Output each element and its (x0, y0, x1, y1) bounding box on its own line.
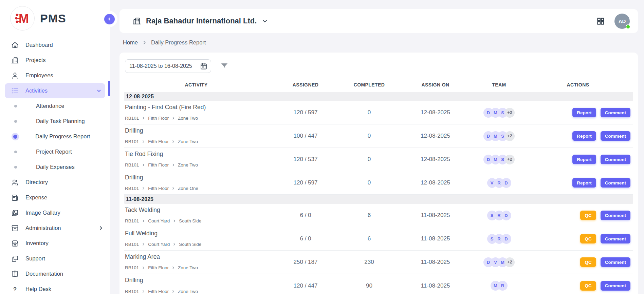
apps-grid-icon[interactable] (596, 17, 605, 25)
actions-cell: ReportComment (523, 131, 633, 141)
filter-funnel-icon[interactable] (220, 62, 229, 71)
sidebar-subitem-daily-expenses[interactable]: Daily Expenses (0, 159, 110, 175)
building-icon (11, 56, 19, 64)
activity-location-path: RB101Court YardSouth Side (125, 242, 268, 247)
assigned-cell: 250 / 187 (268, 259, 343, 266)
path-segment: Zone Two (178, 116, 198, 121)
chevron-right-icon (142, 163, 145, 167)
path-segment: Fifth Floor (148, 116, 169, 121)
sidebar-collapse-button[interactable] (101, 11, 117, 27)
header-bar: Raja Bahadur International Ltd. AD (119, 9, 638, 33)
comment-button[interactable]: Comment (601, 131, 630, 141)
comment-button[interactable]: Comment (601, 155, 630, 164)
sidebar-item-expense[interactable]: Expense (0, 190, 110, 205)
assigned-cell: 120 / 597 (268, 179, 343, 186)
table-row: Full WeldingRB101Court YardSouth Side6 /… (124, 227, 633, 251)
comment-button[interactable]: Comment (601, 108, 630, 117)
activity-cell: Painting - First Coat (Fire Red)RB101Fif… (124, 101, 268, 124)
sidebar-item-support[interactable]: Support (0, 251, 110, 266)
sidebar-subitem-daily-task-planning[interactable]: Daily Task Planning (0, 114, 110, 129)
breadcrumb-home[interactable]: Home (123, 39, 138, 46)
assigned-cell: 120 / 597 (268, 109, 343, 116)
assigned-cell: 100 / 447 (268, 133, 343, 139)
path-segment: RB101 (125, 289, 139, 294)
path-segment: South Side (179, 242, 201, 247)
path-segment: RB101 (125, 265, 139, 270)
table-row: Tie Rod FixingRB101Fifth FloorZone Two12… (124, 148, 633, 171)
chevron-right-icon (171, 187, 175, 190)
team-extra-count[interactable]: +2 (505, 131, 515, 141)
column-header-assign-on: ASSIGN ON (395, 82, 475, 87)
sidebar-item-label: Documentation (25, 271, 104, 277)
assign-on-cell: 12-08-2025 (395, 179, 475, 186)
sidebar-item-activities[interactable]: Activities (5, 83, 105, 98)
team-member-avatar[interactable]: R (498, 281, 508, 291)
sidebar-item-inventory[interactable]: Inventory (0, 236, 110, 251)
people-icon (11, 178, 19, 187)
team-extra-count[interactable]: +2 (505, 257, 515, 267)
sidebar-item-label: Support (25, 255, 104, 262)
sidebar-item-label: Dashboard (25, 42, 104, 48)
team-member-avatar[interactable]: D (501, 211, 511, 220)
sidebar-item-dashboard[interactable]: Dashboard (0, 37, 110, 53)
sidebar-item-administration[interactable]: Administration (0, 220, 110, 236)
user-avatar[interactable]: AD (614, 14, 630, 29)
sidebar-item-directory[interactable]: Directory (0, 175, 110, 190)
team-avatar-group: DVM+2 (483, 257, 515, 267)
activity-location-path: RB101Court YardSouth Side (125, 218, 268, 223)
copy-icon (11, 255, 19, 263)
team-member-avatar[interactable]: D (501, 234, 511, 244)
gallery-icon (11, 209, 19, 217)
assign-on-cell: 12-08-2025 (395, 109, 475, 116)
chevron-right-icon (171, 140, 175, 143)
sidebar-item-projects[interactable]: Projects (0, 53, 110, 68)
qc-button[interactable]: QC (580, 234, 596, 243)
book-icon (11, 270, 19, 278)
column-header-team: TEAM (475, 82, 523, 87)
online-status-dot (626, 24, 630, 29)
activity-title: Drilling (125, 277, 268, 284)
date-range-input[interactable] (125, 59, 211, 73)
activity-cell: Full WeldingRB101Court YardSouth Side (124, 227, 268, 250)
comment-button[interactable]: Comment (601, 211, 630, 220)
team-avatar-group: DMS+2 (483, 155, 515, 164)
comment-button[interactable]: Comment (601, 257, 630, 267)
qc-button[interactable]: QC (580, 211, 596, 220)
sidebar-item-help-desk[interactable]: ?Help Desk (0, 281, 110, 294)
team-avatar-group: SRD (487, 211, 511, 220)
sidebar-subitem-daily-progress-report[interactable]: Daily Progress Report (0, 129, 110, 144)
sidebar-subitem-project-report[interactable]: Project Report (0, 144, 110, 159)
report-button[interactable]: Report (572, 155, 596, 164)
app-logo: M PMS (0, 0, 110, 35)
chevron-right-icon (171, 116, 175, 120)
sidebar-subitem-attendance[interactable]: Attendance (0, 98, 110, 114)
breadcrumb-current: Daily Progress Report (151, 39, 206, 46)
team-extra-count[interactable]: +2 (505, 155, 515, 164)
report-button[interactable]: Report (572, 131, 596, 141)
qc-button[interactable]: QC (580, 281, 596, 291)
comment-button[interactable]: Comment (601, 234, 630, 243)
comment-button[interactable]: Comment (601, 281, 630, 291)
home-icon (11, 41, 19, 49)
date-range-field (125, 59, 211, 73)
team-extra-count[interactable]: +2 (505, 108, 515, 118)
svg-text:?: ? (13, 286, 17, 292)
company-selector[interactable]: Raja Bahadur International Ltd. (132, 17, 268, 25)
activity-location-path: RB101Fifth FloorZone Two (125, 289, 268, 294)
chevron-right-icon (171, 163, 175, 167)
path-segment: RB101 (125, 139, 139, 144)
team-member-avatar[interactable]: D (501, 178, 511, 188)
report-button[interactable]: Report (572, 108, 596, 117)
assign-on-cell: 11-08-2025 (395, 282, 475, 289)
sidebar-subitem-label: Daily Expenses (36, 164, 75, 170)
sidebar-item-image-gallary[interactable]: Image Gallary (0, 205, 110, 220)
column-header-assigned: ASSIGNED (268, 82, 343, 87)
sidebar-item-documentation[interactable]: Documentation (0, 266, 110, 281)
sidebar-item-employees[interactable]: Employees (0, 68, 110, 83)
chevron-right-icon (171, 290, 175, 293)
path-segment: Fifth Floor (148, 186, 169, 191)
comment-button[interactable]: Comment (601, 178, 630, 188)
report-button[interactable]: Report (572, 178, 596, 188)
bullet-dot-icon (13, 135, 17, 139)
qc-button[interactable]: QC (580, 257, 596, 267)
